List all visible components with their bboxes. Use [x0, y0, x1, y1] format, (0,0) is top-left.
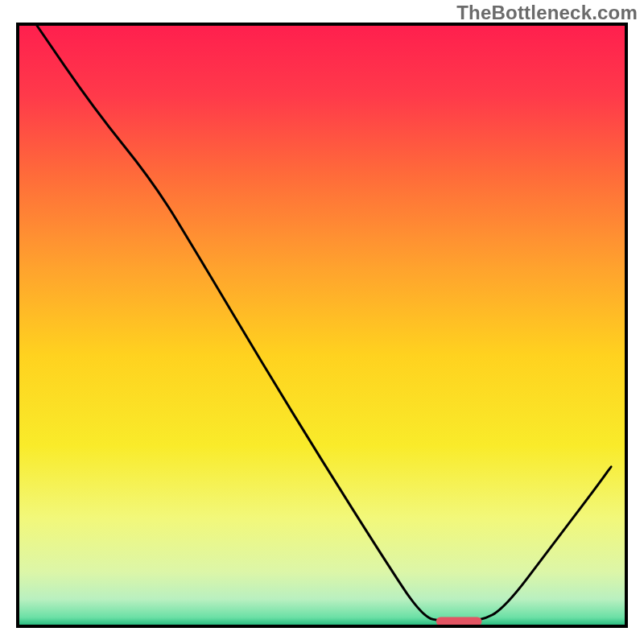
- chart-svg: [0, 0, 644, 644]
- optimum-marker: [436, 617, 482, 625]
- plot-background: [18, 24, 626, 626]
